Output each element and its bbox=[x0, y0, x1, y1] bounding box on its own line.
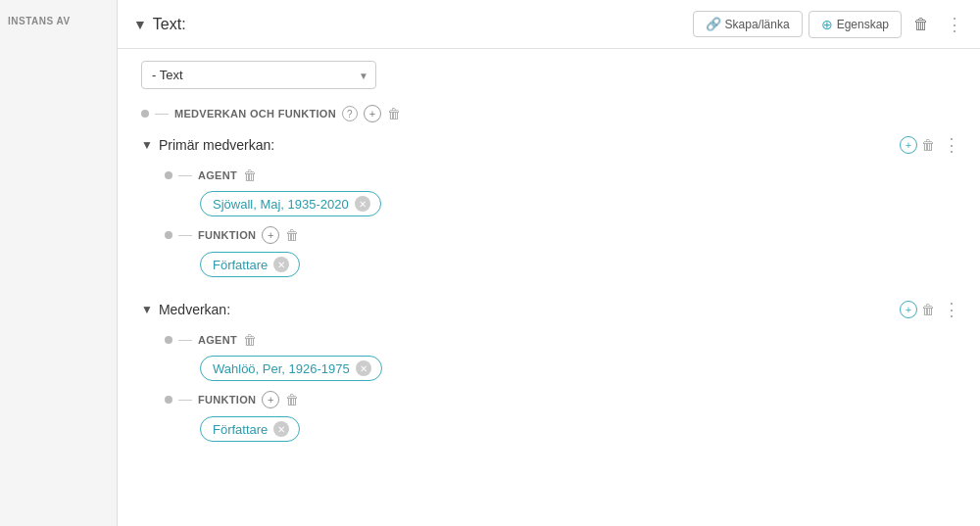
primar-funktion-trash[interactable]: 🗑 bbox=[285, 227, 299, 243]
medverkan-trash-sub-icon[interactable]: 🗑 bbox=[921, 302, 935, 317]
plus-circle-icon: ⊕ bbox=[821, 17, 833, 32]
medverkan-agent-block: AGENT 🗑 Wahlöö, Per, 1926-1975 ✕ FUNKTI bbox=[141, 332, 964, 442]
collapse-icon[interactable]: ▼ bbox=[133, 17, 147, 32]
medverkan-funktion-dot bbox=[165, 396, 172, 404]
text-type-select[interactable]: - Text Text bbox=[141, 61, 376, 89]
medverkan-funktion-trash[interactable]: 🗑 bbox=[285, 392, 299, 407]
page-title: Text: bbox=[153, 16, 186, 33]
primar-funktion-tag: Författare ✕ bbox=[200, 252, 300, 277]
medverkan-agent-label: AGENT bbox=[198, 334, 237, 346]
primar-more-icon[interactable]: ⋮ bbox=[939, 132, 964, 158]
tree-dot bbox=[141, 110, 149, 118]
medverkan-title: Medverkan: bbox=[159, 302, 230, 317]
primar-funktion-dot bbox=[165, 231, 172, 239]
medverkan-funktion-label-row: FUNKTION + 🗑 bbox=[165, 391, 964, 408]
primar-agent-value: Sjöwall, Maj, 1935-2020 bbox=[213, 197, 349, 212]
link-icon: 🔗 bbox=[706, 17, 721, 31]
primar-trash-icon[interactable]: 🗑 bbox=[921, 137, 935, 153]
medverkan-funktion-label: FUNKTION bbox=[198, 394, 256, 406]
medverkan-agent-dot bbox=[165, 336, 172, 344]
medverkan-agent-label-row: AGENT 🗑 bbox=[165, 332, 964, 348]
header-actions: 🔗 Skapa/länka ⊕ Egenskap 🗑 ⋮ bbox=[693, 11, 968, 38]
primar-funktion-close-icon[interactable]: ✕ bbox=[273, 257, 289, 272]
tree-h-line bbox=[155, 114, 169, 115]
primar-collapse-icon[interactable]: ▼ bbox=[141, 138, 153, 152]
medverkan-funktion-value: Författare bbox=[213, 422, 268, 437]
primar-medverkan-title: Primär medverkan: bbox=[159, 137, 274, 153]
primar-funktion-value: Författare bbox=[213, 258, 268, 272]
add-primar-icon[interactable]: + bbox=[900, 136, 917, 154]
medverkan-section-label: MEDVERKAN OCH FUNKTION bbox=[174, 108, 336, 120]
medverkan-collapse-icon[interactable]: ▼ bbox=[141, 303, 153, 316]
primar-funktion-label: FUNKTION bbox=[198, 229, 256, 241]
primar-agent-block: AGENT 🗑 Sjöwall, Maj, 1935-2020 ✕ FUNKT bbox=[141, 167, 964, 277]
medverkan-funktion-h-line bbox=[178, 400, 192, 401]
primar-agent-label: AGENT bbox=[198, 169, 237, 181]
primar-agent-close-icon[interactable]: ✕ bbox=[355, 196, 370, 212]
egenskap-button[interactable]: ⊕ Egenskap bbox=[808, 11, 902, 38]
header-more-button[interactable]: ⋮ bbox=[941, 11, 968, 38]
medverkan-agent-tag: Wahlöö, Per, 1926-1975 ✕ bbox=[200, 356, 382, 381]
add-primar-funktion-icon[interactable]: + bbox=[262, 226, 279, 244]
medverkan-agent-value: Wahlöö, Per, 1926-1975 bbox=[213, 361, 350, 376]
header-trash-button[interactable]: 🗑 bbox=[907, 11, 935, 38]
primar-agent-h-line bbox=[178, 175, 192, 176]
medverkan-funktion-close-icon[interactable]: ✕ bbox=[273, 421, 289, 437]
add-medverkan-icon[interactable]: + bbox=[364, 105, 381, 122]
skapa-lanka-label: Skapa/länka bbox=[725, 18, 790, 31]
medverkan-more-icon[interactable]: ⋮ bbox=[939, 297, 964, 322]
add-medverkan-funktion-icon[interactable]: + bbox=[262, 391, 279, 408]
skapa-lanka-button[interactable]: 🔗 Skapa/länka bbox=[693, 11, 803, 37]
medverkan-section-row: MEDVERKAN OCH FUNKTION ? + 🗑 bbox=[133, 105, 964, 122]
sidebar-label: INSTANS AV bbox=[8, 16, 109, 26]
primar-funktion-h-line bbox=[178, 235, 192, 236]
primar-agent-trash[interactable]: 🗑 bbox=[243, 167, 257, 183]
primar-agent-tag: Sjöwall, Maj, 1935-2020 ✕ bbox=[200, 191, 381, 216]
medverkan-section-block: ▼ Medverkan: + 🗑 ⋮ AGENT 🗑 bbox=[133, 297, 964, 442]
medverkan-trash-icon[interactable]: 🗑 bbox=[387, 106, 401, 121]
medverkan-agent-trash[interactable]: 🗑 bbox=[243, 332, 257, 348]
medverkan-agent-close-icon[interactable]: ✕ bbox=[356, 360, 371, 376]
medverkan-agent-h-line bbox=[178, 340, 192, 341]
section-header: ▼ Text: 🔗 Skapa/länka ⊕ Egenskap 🗑 ⋮ bbox=[118, 0, 980, 49]
primar-agent-label-row: AGENT 🗑 bbox=[165, 167, 964, 183]
primar-agent-dot bbox=[165, 171, 172, 179]
primar-funktion-label-row: FUNKTION + 🗑 bbox=[165, 226, 964, 244]
text-dropdown-row: - Text Text bbox=[133, 61, 964, 89]
primar-medverkan-section: ▼ Primär medverkan: + 🗑 ⋮ AGENT bbox=[133, 132, 964, 277]
egenskap-label: Egenskap bbox=[837, 18, 889, 31]
medverkan-funktion-tag: Författare ✕ bbox=[200, 416, 300, 442]
add-medverkan-sub-icon[interactable]: + bbox=[900, 301, 917, 318]
help-icon[interactable]: ? bbox=[342, 106, 358, 121]
